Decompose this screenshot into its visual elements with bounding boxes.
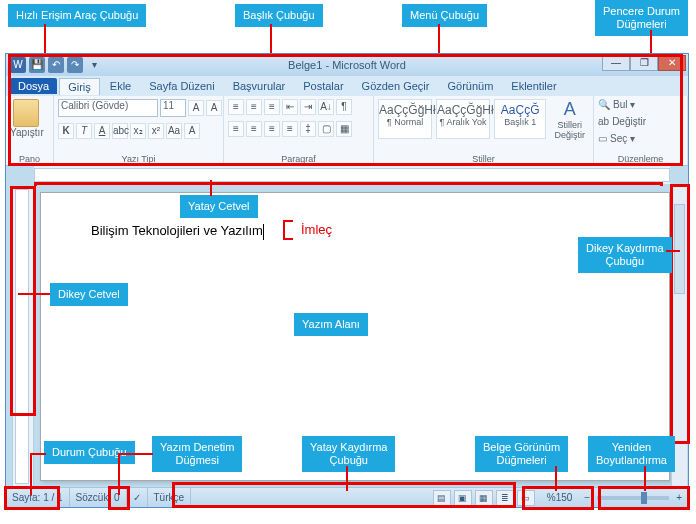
status-spellcheck[interactable]: ✓ (127, 488, 148, 507)
callout-zoom: Yeniden Boyutlandırma (588, 436, 675, 472)
group-clipboard-label: Pano (10, 154, 49, 164)
undo-icon[interactable]: ↶ (48, 57, 64, 73)
align-center-icon[interactable]: ≡ (246, 121, 262, 137)
borders-icon[interactable]: ▦ (336, 121, 352, 137)
tab-addins[interactable]: Eklentiler (503, 78, 564, 94)
style-nospacing[interactable]: AaÇçĞğHł ¶ Aralık Yok (436, 99, 490, 139)
justify-icon[interactable]: ≡ (282, 121, 298, 137)
document-text: Bilişim Teknolojileri ve Yazılım (91, 223, 263, 238)
save-icon[interactable]: 💾 (29, 57, 45, 73)
sort-icon[interactable]: A↓ (318, 99, 334, 115)
show-marks-icon[interactable]: ¶ (336, 99, 352, 115)
zoom-out-icon[interactable]: − (584, 492, 590, 503)
status-language[interactable]: Türkçe (148, 488, 192, 507)
replace-label: Değiştir (612, 116, 646, 127)
subscript-icon[interactable]: x₂ (130, 123, 146, 139)
connector (118, 453, 120, 495)
ruler-track (15, 189, 29, 484)
line-spacing-icon[interactable]: ‡ (300, 121, 316, 137)
decrease-indent-icon[interactable]: ⇤ (282, 99, 298, 115)
change-styles-icon: A (550, 99, 589, 120)
replace-button[interactable]: ab Değiştir (598, 116, 646, 127)
style-name: ¶ Aralık Yok (437, 117, 489, 127)
bullets-icon[interactable]: ≡ (228, 99, 244, 115)
select-button[interactable]: ▭ Seç ▾ (598, 133, 635, 144)
multilevel-icon[interactable]: ≡ (264, 99, 280, 115)
zoom-in-icon[interactable]: + (676, 492, 682, 503)
italic-icon[interactable]: T (76, 123, 92, 139)
callout-hscroll: Yatay Kaydırma Çubuğu (302, 436, 395, 472)
callout-docarea: Yazım Alanı (294, 313, 368, 336)
font-name-combo[interactable]: Calibri (Gövde) (58, 99, 158, 117)
bold-icon[interactable]: K (58, 123, 74, 139)
vertical-ruler[interactable] (12, 186, 34, 487)
tab-references[interactable]: Başvurular (225, 78, 294, 94)
connector (666, 250, 680, 252)
find-button[interactable]: 🔍 Bul ▾ (598, 99, 635, 110)
view-print-layout-icon[interactable]: ▤ (433, 490, 451, 506)
grow-font-icon[interactable]: A (188, 100, 204, 116)
word-icon: W (10, 57, 26, 73)
view-draft-icon[interactable]: ▭ (517, 490, 535, 506)
minimize-button[interactable]: — (602, 55, 630, 71)
increase-indent-icon[interactable]: ⇥ (300, 99, 316, 115)
style-heading1[interactable]: AaÇçĞ Başlık 1 (494, 99, 546, 139)
tab-review[interactable]: Gözden Geçir (354, 78, 438, 94)
paste-label: Yapıştır (10, 127, 42, 138)
menubar: Dosya Giriş Ekle Sayfa Düzeni Başvurular… (6, 76, 688, 96)
horizontal-ruler[interactable] (34, 166, 670, 184)
tab-insert[interactable]: Ekle (102, 78, 139, 94)
callout-vscroll: Dikey Kaydırma Çubuğu (578, 237, 672, 273)
connector (118, 453, 153, 455)
view-web-icon[interactable]: ▦ (475, 490, 493, 506)
strike-icon[interactable]: abc (112, 123, 128, 139)
tab-file[interactable]: Dosya (10, 78, 57, 94)
status-page[interactable]: Sayfa: 1 / 1 (6, 488, 70, 507)
superscript-icon[interactable]: x² (148, 123, 164, 139)
callout-vruler: Dikey Cetvel (50, 283, 128, 306)
tab-home[interactable]: Giriş (59, 78, 100, 95)
maximize-button[interactable]: ❐ (630, 55, 658, 71)
align-right-icon[interactable]: ≡ (264, 121, 280, 137)
tab-layout[interactable]: Sayfa Düzeni (141, 78, 222, 94)
style-normal[interactable]: AaÇçĞğHł ¶ Normal (378, 99, 432, 139)
window-buttons: — ❐ ✕ (602, 55, 686, 71)
group-styles: AaÇçĞğHł ¶ Normal AaÇçĞğHł ¶ Aralık Yok … (374, 96, 594, 165)
callout-qat: Hızlı Erişim Araç Çubuğu (8, 4, 146, 27)
shading-icon[interactable]: ▢ (318, 121, 334, 137)
quick-access-toolbar: W 💾 ↶ ↷ ▾ (6, 57, 102, 73)
text-cursor (263, 224, 264, 240)
select-icon: ▭ (598, 133, 607, 144)
zoom-slider[interactable] (597, 496, 669, 500)
redo-icon[interactable]: ↷ (67, 57, 83, 73)
connector (30, 453, 32, 495)
view-outline-icon[interactable]: ≣ (496, 490, 514, 506)
tab-view[interactable]: Görünüm (439, 78, 501, 94)
tab-mailings[interactable]: Postalar (295, 78, 351, 94)
font-size-combo[interactable]: 11 (160, 99, 186, 117)
shrink-font-icon[interactable]: A (206, 100, 222, 116)
zoom-slider-handle[interactable] (641, 492, 647, 504)
style-name: ¶ Normal (379, 117, 431, 127)
view-fullscreen-icon[interactable]: ▣ (454, 490, 472, 506)
paste-icon (13, 99, 39, 127)
change-styles-button[interactable]: A Stilleri Değiştir (550, 99, 589, 140)
numbering-icon[interactable]: ≡ (246, 99, 262, 115)
qat-dropdown-icon[interactable]: ▾ (86, 57, 102, 73)
close-button[interactable]: ✕ (658, 55, 686, 71)
font-color-icon[interactable]: A (184, 123, 200, 139)
zoom-controls: − + (578, 488, 688, 507)
select-label: Seç (610, 133, 627, 144)
dropdown-icon: ▾ (630, 133, 635, 144)
connector (30, 453, 46, 455)
find-label: Bul (613, 99, 627, 110)
highlight-icon[interactable]: Aa (166, 123, 182, 139)
window-title: Belge1 - Microsoft Word (288, 59, 406, 71)
connector (346, 466, 348, 491)
align-left-icon[interactable]: ≡ (228, 121, 244, 137)
underline-icon[interactable]: A (94, 123, 110, 139)
scrollbar-thumb[interactable] (674, 204, 685, 294)
paste-button[interactable]: Yapıştır (10, 99, 42, 138)
connector (210, 180, 212, 196)
status-zoom-pct[interactable]: %150 (541, 488, 579, 507)
